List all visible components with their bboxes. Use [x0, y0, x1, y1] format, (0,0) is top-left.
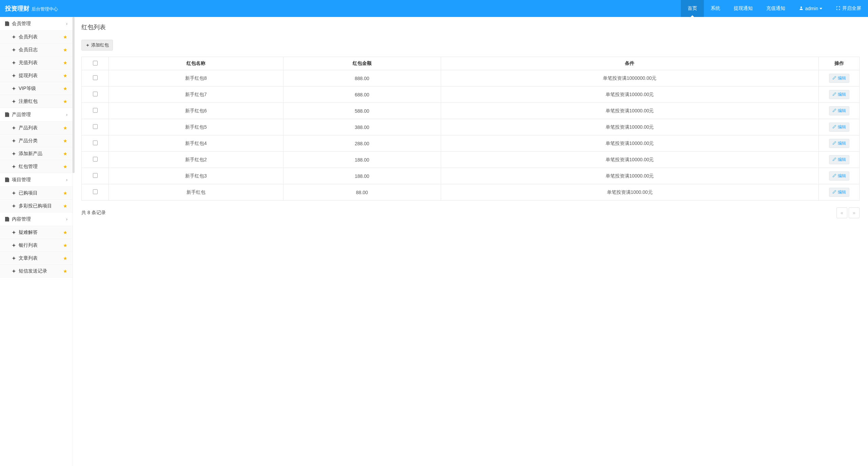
edit-button[interactable]: 编辑 [829, 123, 849, 132]
menu-item-3-2[interactable]: ✦文章列表★ [0, 252, 73, 265]
edit-button[interactable]: 编辑 [829, 155, 849, 164]
row-checkbox[interactable] [93, 108, 98, 113]
menu-item-0-0[interactable]: ✦会员列表★ [0, 31, 73, 43]
cell-condition: 单笔投资满10000.00元 [441, 152, 818, 168]
pager-prev[interactable]: « [836, 207, 847, 218]
table-row: 新手红包6588.00单笔投资满10000.00元编辑 [82, 103, 860, 119]
menu-item-0-4[interactable]: ✦VIP等级★ [0, 82, 73, 95]
table-row: 新手红包88.00单笔投资满1000.00元编辑 [82, 184, 860, 201]
menu-item-1-0[interactable]: ✦产品列表★ [0, 122, 73, 134]
nav-item-1[interactable]: 系统 [704, 0, 727, 17]
row-checkbox[interactable] [93, 75, 98, 80]
menu-group-label: 产品管理 [12, 112, 31, 118]
menu-item-1-3[interactable]: ✦红包管理★ [0, 160, 73, 173]
edit-label: 编辑 [838, 124, 846, 130]
edit-button[interactable]: 编辑 [829, 106, 849, 115]
menu-item-0-3[interactable]: ✦提现列表★ [0, 69, 73, 82]
menu-item-label: 产品分类 [19, 138, 38, 144]
row-checkbox[interactable] [93, 157, 98, 162]
star-icon: ★ [63, 47, 67, 53]
menu-item-label: 添加新产品 [19, 151, 42, 157]
menu-item-2-0[interactable]: ✦已购项目★ [0, 187, 73, 200]
file-icon [5, 178, 9, 182]
edit-button[interactable]: 编辑 [829, 74, 849, 83]
puzzle-icon: ✦ [12, 164, 16, 169]
plus-icon: ＋ [85, 42, 90, 48]
star-icon: ★ [63, 243, 67, 248]
menu-item-0-5[interactable]: ✦注册红包★ [0, 95, 73, 108]
user-name: admin [805, 6, 818, 11]
row-checkbox[interactable] [93, 189, 98, 194]
pencil-icon [832, 141, 836, 146]
row-checkbox[interactable] [93, 141, 98, 145]
table-row: 新手红包5388.00单笔投资满10000.00元编辑 [82, 119, 860, 135]
menu-item-3-1[interactable]: ✦银行列表★ [0, 239, 73, 252]
add-redpacket-button[interactable]: ＋ 添加红包 [81, 40, 113, 51]
nav-item-3[interactable]: 充值通知 [760, 0, 792, 17]
star-icon: ★ [63, 164, 67, 169]
pencil-icon [832, 108, 836, 113]
menu-item-2-1[interactable]: ✦多彩投已购项目★ [0, 200, 73, 212]
fullscreen-button[interactable]: 开启全屏 [829, 0, 868, 17]
row-checkbox[interactable] [93, 173, 98, 178]
menu-group-3[interactable]: 内容管理› [0, 212, 73, 226]
cell-amount: 188.00 [283, 152, 441, 168]
menu-item-label: 文章列表 [19, 255, 38, 261]
puzzle-icon: ✦ [12, 268, 16, 274]
cell-amount: 688.00 [283, 87, 441, 103]
table-header-row: 红包名称 红包金额 条件 操作 [82, 57, 860, 70]
row-checkbox[interactable] [93, 92, 98, 96]
caret-down-icon [820, 8, 822, 10]
main-content: 红包列表 ＋ 添加红包 红包名称 红包金额 条件 操作 新手红包8888.00单… [73, 17, 868, 466]
cell-amount: 388.00 [283, 119, 441, 135]
menu-item-1-2[interactable]: ✦添加新产品★ [0, 147, 73, 160]
cell-name: 新手红包5 [109, 119, 283, 135]
brand-title: 投资理财 [5, 4, 29, 13]
table-footer: 共 8 条记录 « » [81, 207, 860, 218]
th-condition: 条件 [441, 57, 818, 70]
row-checkbox[interactable] [93, 124, 98, 129]
menu-item-label: 多彩投已购项目 [19, 203, 52, 209]
cell-amount: 888.00 [283, 70, 441, 87]
nav-label: 充值通知 [766, 5, 785, 12]
star-icon: ★ [63, 138, 67, 144]
edit-button[interactable]: 编辑 [829, 139, 849, 148]
edit-label: 编辑 [838, 157, 846, 163]
menu-item-label: 银行列表 [19, 242, 38, 248]
th-name: 红包名称 [109, 57, 283, 70]
menu-item-0-2[interactable]: ✦充值列表★ [0, 56, 73, 69]
menu-item-3-0[interactable]: ✦疑难解答★ [0, 226, 73, 239]
user-menu[interactable]: admin [792, 0, 829, 17]
menu-group-1[interactable]: 产品管理› [0, 108, 73, 122]
menu-group-0[interactable]: 会员管理› [0, 17, 73, 31]
menu-item-0-1[interactable]: ✦会员日志★ [0, 43, 73, 56]
star-icon: ★ [63, 203, 67, 209]
table-row: 新手红包4288.00单笔投资满10000.00元编辑 [82, 135, 860, 152]
page-title: 红包列表 [81, 23, 860, 31]
menu-group-2[interactable]: 项目管理› [0, 173, 73, 187]
puzzle-icon: ✦ [12, 151, 16, 156]
table-row: 新手红包2188.00单笔投资满10000.00元编辑 [82, 152, 860, 168]
star-icon: ★ [63, 73, 67, 78]
file-icon [5, 217, 9, 222]
edit-button[interactable]: 编辑 [829, 171, 849, 181]
fullscreen-icon [836, 6, 841, 12]
puzzle-icon: ✦ [12, 256, 16, 261]
menu-item-label: 产品列表 [19, 125, 38, 131]
edit-button[interactable]: 编辑 [829, 90, 849, 99]
star-icon: ★ [63, 190, 67, 196]
edit-button[interactable]: 编辑 [829, 188, 849, 197]
nav-item-2[interactable]: 提现通知 [727, 0, 760, 17]
pager-next[interactable]: » [849, 207, 860, 218]
menu-item-label: 会员日志 [19, 47, 38, 53]
cell-name: 新手红包2 [109, 152, 283, 168]
select-all-checkbox[interactable] [93, 61, 98, 66]
menu-item-label: 短信发送记录 [19, 268, 47, 274]
menu-item-1-1[interactable]: ✦产品分类★ [0, 134, 73, 147]
pagination: « » [836, 207, 860, 218]
cell-name: 新手红包7 [109, 87, 283, 103]
cell-name: 新手红包6 [109, 103, 283, 119]
puzzle-icon: ✦ [12, 203, 16, 209]
menu-item-3-3[interactable]: ✦短信发送记录★ [0, 265, 73, 278]
nav-item-0[interactable]: 首页 [681, 0, 704, 17]
